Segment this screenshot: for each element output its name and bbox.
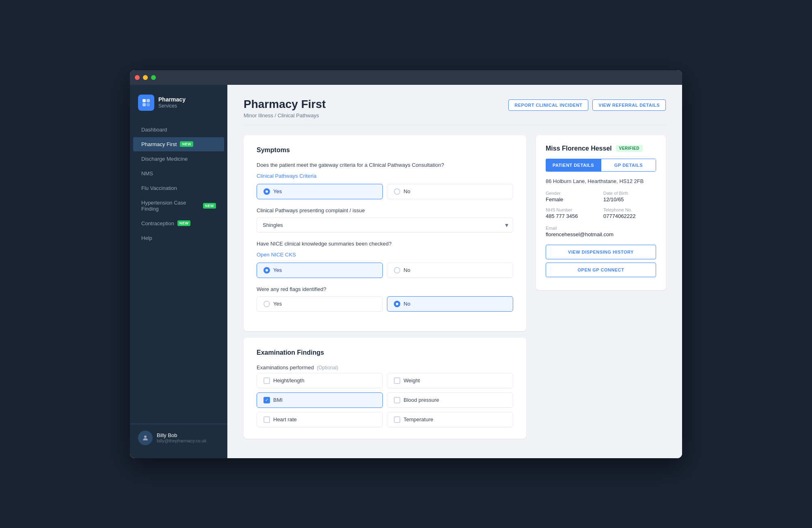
complaint-question: Clinical Pathways presenting complaint /… [257,207,513,213]
blood-pressure-label: Blood pressure [404,397,439,403]
user-info: Billy Bob billy@thepharmacy.co.uk [157,432,206,443]
view-dispensing-history-button[interactable]: VIEW DISPENSING HISTORY [546,245,656,259]
nhs-label: NHS Number [546,207,598,212]
red-flags-yes-label: Yes [273,301,282,307]
gateway-no-option[interactable]: No [387,184,513,199]
sidebar-item-nms[interactable]: NMS [133,166,224,181]
red-flags-radio-group: Yes No [257,296,513,312]
patient-gender: Gender Female [546,191,598,203]
heart-rate-checkbox[interactable]: Heart rate [257,412,383,427]
pharmacy-first-label: Pharmacy First [141,141,177,147]
patient-card: Miss Florence Hessel VERIFIED PATIENT DE… [536,135,666,290]
tab-gp-details[interactable]: GP DETAILS [601,159,656,172]
help-label: Help [141,235,152,241]
nice-no-option[interactable]: No [387,263,513,278]
user-avatar-icon [138,431,153,445]
patient-address: 86 Holburn Lane, Hearthstane, HS12 2FB [546,178,656,184]
symptoms-card: Symptoms Does the patient meet the gatew… [244,135,526,331]
optional-label: (Optional) [317,365,339,371]
examinations-label: Examinations performed (Optional) [257,364,513,371]
nice-cks-link[interactable]: Open NICE CKS [257,252,296,258]
heart-rate-checkbox-box [263,416,270,423]
tab-patient-details[interactable]: PATIENT DETAILS [546,159,601,172]
height-checkbox[interactable]: Height/length [257,373,383,388]
email-label: Email [546,226,656,231]
sidebar-item-pharmacy-first[interactable]: Pharmacy First NEW [133,137,224,151]
form-column: Symptoms Does the patient meet the gatew… [244,135,526,445]
temperature-checkbox-box [394,416,400,423]
complaint-select[interactable]: Shingles Sinusitis Sore Throat Impetigo … [257,218,513,233]
sidebar-nav: Dashboard Pharmacy First NEW Discharge M… [130,119,227,424]
red-flags-yes-option[interactable]: Yes [257,296,383,312]
patient-nhs: NHS Number 485 777 3456 [546,207,598,219]
report-incident-button[interactable]: REPORT CLINICAL INCIDENT [508,99,588,111]
view-referral-button[interactable]: VIEW REFERRAL DETAILS [592,99,666,111]
sidebar-item-dashboard[interactable]: Dashboard [133,123,224,137]
weight-checkbox-box [394,377,400,384]
telephone-label: Telephone No. [603,207,656,212]
gateway-yes-option[interactable]: Yes [257,184,383,199]
weight-checkbox[interactable]: Weight [387,373,513,388]
sidebar: Pharmacy Services Dashboard Pharmacy Fir… [130,85,227,458]
svg-rect-0 [143,99,146,102]
dashboard-label: Dashboard [141,127,167,133]
minimize-dot[interactable] [143,75,148,80]
header-divider [244,125,666,125]
svg-rect-1 [147,99,150,102]
blood-pressure-checkbox-box [394,397,400,403]
gateway-no-label: No [404,188,410,194]
temperature-checkbox[interactable]: Temperature [387,412,513,427]
height-label: Height/length [273,377,304,384]
sidebar-item-discharge-medicine[interactable]: Discharge Medicine [133,152,224,166]
browser-chrome [130,70,682,85]
clinical-pathways-criteria-link[interactable]: Clinical Pathways Criteria [257,173,316,179]
gender-label: Gender [546,191,598,196]
hypertension-label: Hypertension Case Finding [141,200,200,212]
nhs-value: 485 777 3456 [546,213,598,219]
red-flags-no-radio [394,301,400,307]
fullscreen-dot[interactable] [151,75,156,80]
page-title: Pharmacy First [244,98,326,111]
gateway-radio-group: Yes No [257,184,513,199]
header-buttons: REPORT CLINICAL INCIDENT VIEW REFERRAL D… [508,99,666,111]
gateway-question: Does the patient meet the gateway criter… [257,162,513,168]
sidebar-logo: Pharmacy Services [130,85,227,119]
nice-yes-option[interactable]: Yes [257,263,383,278]
app-container: Pharmacy Services Dashboard Pharmacy Fir… [130,85,682,458]
nice-no-label: No [404,267,410,273]
weight-label: Weight [404,377,420,384]
breadcrumb: Minor Illness / Clinical Pathways [244,112,326,119]
blood-pressure-checkbox[interactable]: Blood pressure [387,392,513,408]
red-flags-no-option[interactable]: No [387,296,513,312]
user-name: Billy Bob [157,432,206,438]
email-value: florencehessel@hotmail.com [546,231,656,237]
sidebar-item-contraception[interactable]: Contraception NEW [133,216,224,231]
examination-card: Examination Findings Examinations perfor… [244,338,526,439]
sidebar-user: Billy Bob billy@thepharmacy.co.uk [130,424,227,452]
hypertension-badge: NEW [203,203,216,209]
svg-rect-3 [147,103,150,106]
contraception-badge: NEW [177,220,191,226]
contraception-label: Contraception [141,220,174,226]
logo-icon [138,95,154,111]
examinations-checkbox-grid: Height/length Weight ✓ BMI [257,373,513,427]
bmi-checkbox[interactable]: ✓ BMI [257,392,383,408]
close-dot[interactable] [135,75,140,80]
flu-vaccination-label: Flu Vaccination [141,185,177,191]
sidebar-item-hypertension[interactable]: Hypertension Case Finding NEW [133,196,224,216]
pharmacy-first-badge: NEW [180,141,193,147]
sidebar-item-help[interactable]: Help [133,231,224,245]
patient-name: Miss Florence Hessel [546,145,612,152]
sidebar-item-flu-vaccination[interactable]: Flu Vaccination [133,181,224,195]
patient-email-section: Email florencehessel@hotmail.com [546,226,656,237]
nice-yes-radio [263,267,270,274]
page-title-group: Pharmacy First Minor Illness / Clinical … [244,98,326,119]
page-header: Pharmacy First Minor Illness / Clinical … [244,98,666,119]
logo-text: Pharmacy Services [158,96,186,109]
open-gp-connect-button[interactable]: OPEN GP CONNECT [546,263,656,277]
nms-label: NMS [141,170,153,177]
gateway-yes-label: Yes [273,188,282,194]
temperature-label: Temperature [404,416,433,422]
nice-radio-group: Yes No [257,263,513,278]
main-content: Pharmacy First Minor Illness / Clinical … [227,85,682,458]
